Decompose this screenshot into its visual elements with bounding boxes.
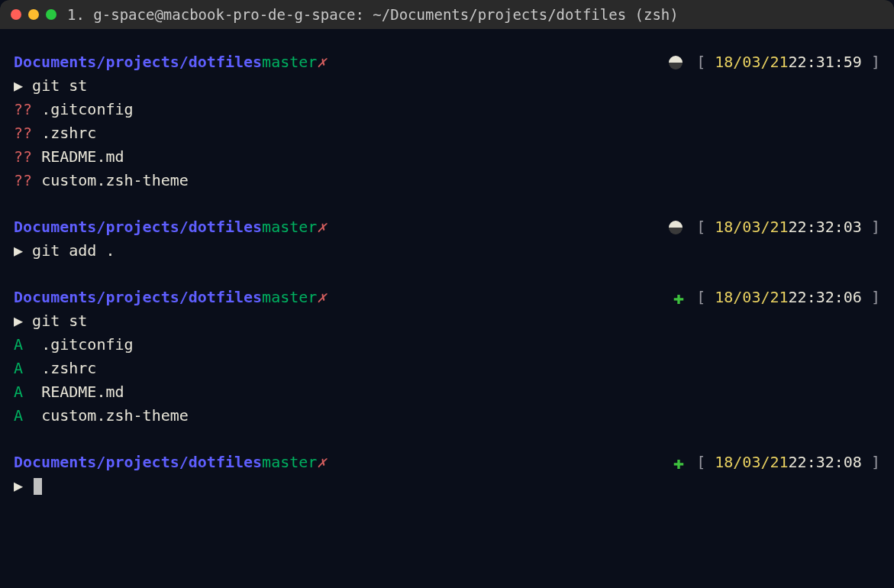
maximize-icon[interactable] xyxy=(46,9,56,20)
cursor xyxy=(34,478,42,495)
cwd-path: Documents/projects/dotfiles xyxy=(14,451,262,474)
terminal-body[interactable]: Documents/projects/dotfiles master ✗[ 18… xyxy=(0,29,894,509)
status-prefix: ?? xyxy=(14,147,32,166)
bracket-close: ] xyxy=(862,50,880,74)
cwd-path: Documents/projects/dotfiles xyxy=(14,50,262,74)
prompt-left: Documents/projects/dotfiles master ✗ xyxy=(14,215,326,239)
command-line: ▶ xyxy=(14,474,880,498)
git-branch: master xyxy=(262,286,317,309)
window-title: 1. g-space@macbook-pro-de-g-space: ~/Doc… xyxy=(67,6,679,23)
prompt-right: [ 18/03/21 22:31:59 ] xyxy=(669,50,880,74)
output-line: ?? .gitconfig xyxy=(14,98,880,121)
output-filename: README.md xyxy=(32,147,124,166)
prompt-left: Documents/projects/dotfiles master ✗ xyxy=(14,50,326,74)
timestamp-time: 22:31:59 xyxy=(789,50,862,74)
cwd-path: Documents/projects/dotfiles xyxy=(14,286,262,309)
prompt-right: ✚[ 18/03/21 22:32:06 ] xyxy=(673,286,880,309)
status-prefix: ?? xyxy=(14,100,32,118)
close-icon[interactable] xyxy=(11,9,21,20)
status-plus-icon: ✚ xyxy=(673,454,684,472)
prompt-right: ✚[ 18/03/21 22:32:08 ] xyxy=(673,451,880,474)
bracket-close: ] xyxy=(862,451,880,474)
git-dirty-icon: ✗ xyxy=(317,286,326,309)
command-text: git st xyxy=(32,312,87,330)
prompt-left: Documents/projects/dotfiles master ✗ xyxy=(14,286,326,309)
timestamp-time: 22:32:06 xyxy=(789,286,862,309)
traffic-lights xyxy=(11,9,56,20)
command-text: git st xyxy=(32,76,87,95)
status-prefix: A xyxy=(14,383,32,401)
git-branch: master xyxy=(262,50,317,74)
output-line: A README.md xyxy=(14,380,880,404)
bracket-close: ] xyxy=(862,286,880,309)
timestamp-date: 18/03/21 xyxy=(715,286,788,309)
prompt-right: [ 18/03/21 22:32:03 ] xyxy=(669,215,880,239)
status-prefix: ?? xyxy=(14,124,32,142)
git-dirty-icon: ✗ xyxy=(317,215,326,239)
status-prefix: A xyxy=(14,359,32,377)
status-circle-icon xyxy=(669,221,683,234)
output-filename: .zshrc xyxy=(32,124,96,142)
output-line: A custom.zsh-theme xyxy=(14,404,880,428)
command-line: ▶ git add . xyxy=(14,239,880,263)
timestamp-date: 18/03/21 xyxy=(715,50,788,74)
prompt-line: Documents/projects/dotfiles master ✗[ 18… xyxy=(14,215,880,239)
output-filename: custom.zsh-theme xyxy=(32,406,189,425)
bracket-open: [ xyxy=(696,215,715,239)
output-filename: .gitconfig xyxy=(32,100,133,118)
command-text: git add . xyxy=(32,241,115,260)
prompt-line: Documents/projects/dotfiles master ✗✚[ 1… xyxy=(14,451,880,474)
bracket-open: [ xyxy=(696,286,715,309)
output-filename: .zshrc xyxy=(32,359,96,377)
prompt-arrow-icon: ▶ xyxy=(14,76,32,95)
status-prefix: ?? xyxy=(14,171,32,189)
titlebar: 1. g-space@macbook-pro-de-g-space: ~/Doc… xyxy=(0,0,894,29)
bracket-close: ] xyxy=(862,215,880,239)
bracket-open: [ xyxy=(696,451,715,474)
output-filename: custom.zsh-theme xyxy=(32,171,189,189)
output-line: ?? .zshrc xyxy=(14,121,880,145)
git-branch: master xyxy=(262,451,317,474)
prompt-arrow-icon: ▶ xyxy=(14,241,32,260)
output-line: ?? README.md xyxy=(14,145,880,169)
git-dirty-icon: ✗ xyxy=(317,50,326,74)
output-filename: README.md xyxy=(32,383,124,401)
prompt-line: Documents/projects/dotfiles master ✗[ 18… xyxy=(14,50,880,74)
prompt-arrow-icon: ▶ xyxy=(14,477,32,495)
command-line: ▶ git st xyxy=(14,74,880,98)
timestamp-date: 18/03/21 xyxy=(715,215,788,239)
status-prefix: A xyxy=(14,406,32,425)
timestamp-time: 22:32:03 xyxy=(789,215,862,239)
output-line: A .gitconfig xyxy=(14,333,880,357)
output-line: A .zshrc xyxy=(14,357,880,380)
output-line: ?? custom.zsh-theme xyxy=(14,169,880,192)
status-circle-icon xyxy=(669,56,683,69)
prompt-left: Documents/projects/dotfiles master ✗ xyxy=(14,451,326,474)
timestamp-date: 18/03/21 xyxy=(715,451,788,474)
git-dirty-icon: ✗ xyxy=(317,451,326,474)
timestamp-time: 22:32:08 xyxy=(789,451,862,474)
output-filename: .gitconfig xyxy=(32,335,133,354)
bracket-open: [ xyxy=(696,50,715,74)
prompt-line: Documents/projects/dotfiles master ✗✚[ 1… xyxy=(14,286,880,309)
git-branch: master xyxy=(262,215,317,239)
cwd-path: Documents/projects/dotfiles xyxy=(14,215,262,239)
status-prefix: A xyxy=(14,335,32,354)
prompt-arrow-icon: ▶ xyxy=(14,312,32,330)
minimize-icon[interactable] xyxy=(28,9,39,20)
command-line: ▶ git st xyxy=(14,309,880,333)
status-plus-icon: ✚ xyxy=(673,289,684,307)
